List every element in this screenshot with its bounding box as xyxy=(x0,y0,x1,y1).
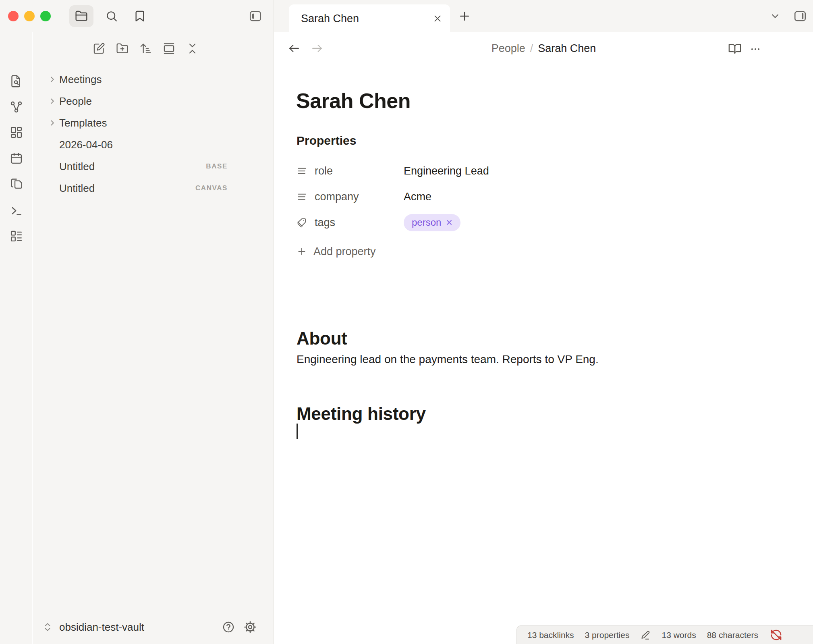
more-icon xyxy=(750,44,761,55)
character-count: 88 characters xyxy=(707,630,758,640)
gallery-icon xyxy=(163,42,175,55)
note-editor[interactable]: Sarah Chen Properties role Engineering L… xyxy=(274,64,813,644)
properties-count[interactable]: 3 properties xyxy=(585,630,630,640)
search-icon xyxy=(105,10,118,23)
graph-view-button[interactable] xyxy=(9,100,23,114)
property-row-tags: tags person xyxy=(297,211,460,234)
text-icon xyxy=(297,166,307,177)
collapse-all-icon xyxy=(186,42,199,55)
bookmarks-tab-button[interactable] xyxy=(131,7,149,25)
file-type-badge: CANVAS xyxy=(195,184,228,192)
new-folder-button[interactable] xyxy=(116,42,129,55)
tag-pill-person[interactable]: person xyxy=(404,214,460,231)
new-tab-button[interactable] xyxy=(456,8,473,24)
folder-name: People xyxy=(59,95,92,108)
property-name[interactable]: tags xyxy=(315,216,404,229)
sync-off-icon[interactable] xyxy=(770,629,782,641)
new-note-icon xyxy=(93,42,105,55)
note-pane: People / Sarah Chen Sarah Chen Propertie… xyxy=(274,32,813,644)
file-search-icon xyxy=(10,75,23,88)
chevron-right-icon[interactable] xyxy=(48,97,57,106)
close-tab-icon[interactable] xyxy=(432,13,443,24)
word-count: 13 words xyxy=(662,630,696,640)
remove-tag-icon[interactable] xyxy=(445,218,453,226)
zoom-window-button[interactable] xyxy=(40,11,51,21)
left-ribbon xyxy=(0,32,32,644)
section-heading-about: About xyxy=(297,328,347,349)
terminal-button[interactable] xyxy=(9,204,23,218)
file-type-badge: BASE xyxy=(206,162,228,170)
backlinks-count[interactable]: 13 backlinks xyxy=(527,630,574,640)
file-tree: Meetings People Templates 2026-04-06 xyxy=(33,69,274,199)
copy-files-button[interactable] xyxy=(9,177,23,190)
note-title: Sarah Chen xyxy=(296,89,411,113)
note-header: People / Sarah Chen xyxy=(274,32,813,64)
copy-icon xyxy=(10,177,23,190)
toggle-right-sidebar-button[interactable] xyxy=(793,9,807,23)
tree-item-people[interactable]: People xyxy=(33,90,274,112)
more-options-button[interactable] xyxy=(750,44,761,55)
chevron-right-icon[interactable] xyxy=(48,118,57,127)
sort-icon xyxy=(139,42,152,55)
vault-switcher-row: obsidian-test-vault xyxy=(33,610,274,644)
minimize-window-button[interactable] xyxy=(24,11,35,21)
add-property-label: Add property xyxy=(313,245,376,258)
folder-icon xyxy=(75,10,88,23)
search-tab-button[interactable] xyxy=(103,7,120,25)
property-name[interactable]: role xyxy=(315,165,404,177)
sort-order-button[interactable] xyxy=(139,42,152,55)
property-value[interactable]: Engineering Lead xyxy=(404,165,489,177)
tree-item-untitled-canvas[interactable]: Untitled CANVAS xyxy=(33,177,274,199)
layout-list-icon xyxy=(10,229,23,243)
panel-right-icon xyxy=(793,9,807,23)
pencil-icon[interactable] xyxy=(640,630,651,640)
tab-bar: Sarah Chen xyxy=(274,0,813,32)
tab-title: Sarah Chen xyxy=(301,12,432,25)
property-value[interactable]: Acme xyxy=(404,191,431,203)
chevron-right-icon[interactable] xyxy=(48,75,57,84)
settings-button[interactable] xyxy=(244,621,257,634)
files-tab-button[interactable] xyxy=(69,5,93,27)
text-icon xyxy=(297,191,307,202)
titlebar: Sarah Chen xyxy=(0,0,813,32)
new-note-button[interactable] xyxy=(92,42,105,55)
bookmark-icon xyxy=(133,10,146,23)
tree-item-meetings[interactable]: Meetings xyxy=(33,69,274,90)
add-property-button[interactable]: Add property xyxy=(297,243,376,260)
tags-icon xyxy=(297,217,307,228)
obsidian-window: Sarah Chen xyxy=(0,0,813,644)
text-cursor xyxy=(297,424,298,439)
layout-list-button[interactable] xyxy=(9,229,23,243)
toggle-left-sidebar-button[interactable] xyxy=(247,7,264,25)
file-explorer-toolbar xyxy=(33,32,274,64)
tab-list-button[interactable] xyxy=(769,10,781,22)
terminal-icon xyxy=(10,204,23,218)
dashboard-button[interactable] xyxy=(9,125,23,139)
titlebar-left xyxy=(0,0,274,32)
property-row-company: company Acme xyxy=(297,185,431,208)
tab-sarah-chen[interactable]: Sarah Chen xyxy=(289,4,450,33)
folder-name: Meetings xyxy=(59,73,102,86)
new-folder-icon xyxy=(116,42,129,55)
graph-icon xyxy=(10,100,23,114)
property-row-role: role Engineering Lead xyxy=(297,160,489,182)
tree-item-untitled-base[interactable]: Untitled BASE xyxy=(33,156,274,177)
gallery-layout-button[interactable] xyxy=(162,42,175,55)
help-icon xyxy=(222,621,235,634)
panel-left-icon xyxy=(248,9,263,23)
property-name[interactable]: company xyxy=(315,191,404,203)
collapse-all-button[interactable] xyxy=(186,42,199,55)
breadcrumb-separator: / xyxy=(530,42,533,55)
vault-name[interactable]: obsidian-test-vault xyxy=(59,621,144,634)
reading-view-button[interactable] xyxy=(728,42,742,56)
plus-icon xyxy=(297,246,307,257)
tree-item-templates[interactable]: Templates xyxy=(33,112,274,134)
breadcrumb-current[interactable]: Sarah Chen xyxy=(538,42,596,55)
breadcrumb-parent[interactable]: People xyxy=(492,42,525,55)
status-bar: 13 backlinks 3 properties 13 words 88 ch… xyxy=(516,625,813,644)
tree-item-daily-note[interactable]: 2026-04-06 xyxy=(33,134,274,156)
file-search-button[interactable] xyxy=(9,74,23,88)
close-window-button[interactable] xyxy=(8,11,19,21)
calendar-button[interactable] xyxy=(9,151,23,165)
help-button[interactable] xyxy=(222,621,235,634)
